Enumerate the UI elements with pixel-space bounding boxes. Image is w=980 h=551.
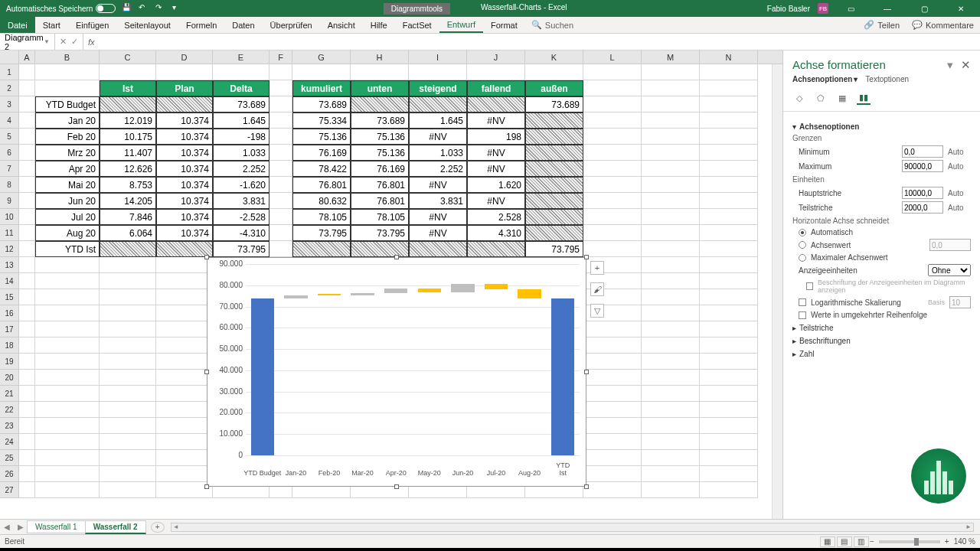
- row-header[interactable]: 4: [0, 112, 19, 129]
- cell[interactable]: -198: [213, 129, 270, 145]
- cell[interactable]: [642, 112, 700, 129]
- chk-reverse-order[interactable]: [799, 311, 806, 319]
- cell[interactable]: 10.374: [156, 225, 213, 241]
- cell[interactable]: #NV: [409, 209, 467, 225]
- cell[interactable]: [642, 129, 700, 145]
- cell[interactable]: 76.801: [351, 177, 409, 193]
- cell[interactable]: [100, 96, 156, 112]
- cell[interactable]: [700, 466, 758, 482]
- cell[interactable]: 76.801: [351, 193, 409, 209]
- cell[interactable]: [642, 418, 700, 434]
- tab-factset[interactable]: FactSet: [395, 17, 439, 33]
- sheet-tab-wasserfall2[interactable]: Wasserfall 2: [85, 520, 146, 534]
- col-header[interactable]: G: [292, 51, 351, 64]
- cell[interactable]: [100, 305, 156, 321]
- cell[interactable]: [583, 450, 642, 466]
- cell[interactable]: [35, 289, 100, 305]
- cell[interactable]: [19, 386, 35, 402]
- cell[interactable]: [19, 305, 35, 321]
- cell[interactable]: Mai 20: [35, 177, 100, 193]
- sheet-nav-prev[interactable]: ◀: [0, 523, 14, 531]
- cell[interactable]: [642, 305, 700, 321]
- cell[interactable]: [583, 193, 642, 209]
- cell[interactable]: Ist: [100, 80, 156, 96]
- cell[interactable]: 80.632: [292, 193, 351, 209]
- cell[interactable]: kumuliert: [292, 80, 351, 96]
- tab-hilfe[interactable]: Hilfe: [363, 17, 395, 33]
- view-normal-icon[interactable]: ▦: [820, 536, 835, 547]
- cell[interactable]: 73.795: [525, 241, 583, 257]
- cell[interactable]: [19, 241, 35, 257]
- col-header[interactable]: H: [351, 51, 409, 64]
- cell[interactable]: 198: [467, 129, 525, 145]
- tab-ueberpruefen[interactable]: Überprüfen: [263, 17, 320, 33]
- cell[interactable]: [525, 209, 583, 225]
- cell[interactable]: [409, 64, 467, 80]
- cell[interactable]: [583, 96, 642, 112]
- cell[interactable]: [583, 434, 642, 450]
- row-header[interactable]: 1: [0, 64, 19, 80]
- col-header[interactable]: F: [270, 51, 292, 64]
- cell[interactable]: 2.252: [213, 161, 270, 177]
- cell[interactable]: [19, 289, 35, 305]
- cell[interactable]: #NV: [409, 225, 467, 241]
- cell[interactable]: [270, 129, 292, 145]
- col-header[interactable]: D: [156, 51, 213, 64]
- cell[interactable]: [583, 370, 642, 386]
- cell[interactable]: 10.374: [156, 112, 213, 129]
- section-zahl[interactable]: ▸ Zahl: [792, 350, 971, 358]
- redo-icon[interactable]: ↷: [155, 3, 166, 14]
- axis-options-icon[interactable]: ▮▮: [857, 91, 871, 105]
- row-header[interactable]: 12: [0, 241, 19, 257]
- cell[interactable]: [642, 434, 700, 450]
- cell[interactable]: [270, 145, 292, 161]
- auto-max[interactable]: Auto: [948, 162, 971, 171]
- auto-teil[interactable]: Auto: [948, 204, 971, 212]
- cell[interactable]: 73.689: [525, 96, 583, 112]
- col-header[interactable]: A: [19, 51, 35, 64]
- close-icon[interactable]: ✕: [946, 0, 975, 17]
- cell[interactable]: [700, 386, 758, 402]
- cell[interactable]: 73.795: [351, 225, 409, 241]
- cell[interactable]: Jul 20: [35, 209, 100, 225]
- cell[interactable]: 10.175: [100, 129, 156, 145]
- row-header[interactable]: 11: [0, 225, 19, 241]
- cell[interactable]: 3.831: [409, 193, 467, 209]
- cell[interactable]: [156, 96, 213, 112]
- cell[interactable]: [156, 402, 213, 418]
- cell[interactable]: [583, 64, 642, 80]
- cell[interactable]: [583, 161, 642, 177]
- row-header[interactable]: 9: [0, 193, 19, 209]
- cell[interactable]: [19, 450, 35, 466]
- fx-icon[interactable]: fx: [83, 37, 100, 47]
- cell[interactable]: [100, 337, 156, 354]
- chart-plot-area[interactable]: 010.00020.00030.00040.00050.00060.00070.…: [246, 264, 580, 455]
- cell[interactable]: 10.374: [156, 145, 213, 161]
- cell[interactable]: [100, 482, 156, 498]
- cell[interactable]: [700, 450, 758, 466]
- cell[interactable]: [642, 225, 700, 241]
- section-achsenoptionen[interactable]: ▾ Achsenoptionen: [792, 122, 971, 131]
- cell[interactable]: [35, 450, 100, 466]
- share-button[interactable]: 🔗 Teilen: [858, 20, 906, 30]
- size-props-icon[interactable]: ▦: [835, 91, 849, 105]
- cell[interactable]: [700, 177, 758, 193]
- cell[interactable]: [19, 337, 35, 354]
- cell[interactable]: [642, 209, 700, 225]
- cell[interactable]: #NV: [467, 161, 525, 177]
- cell[interactable]: [100, 241, 156, 257]
- cell[interactable]: [156, 337, 213, 354]
- cell[interactable]: [19, 370, 35, 386]
- cell[interactable]: [700, 257, 758, 273]
- cell[interactable]: [642, 64, 700, 80]
- tab-formeln[interactable]: Formeln: [178, 17, 224, 33]
- cell[interactable]: [35, 305, 100, 321]
- embedded-chart[interactable]: 010.00020.00030.00040.00050.00060.00070.…: [207, 257, 586, 487]
- cell[interactable]: [409, 241, 467, 257]
- cell[interactable]: [700, 354, 758, 370]
- zoom-out-icon[interactable]: −: [870, 537, 874, 546]
- cell[interactable]: [213, 64, 270, 80]
- tab-format[interactable]: Format: [483, 17, 525, 33]
- row-header[interactable]: 15: [0, 289, 19, 305]
- cell[interactable]: [156, 354, 213, 370]
